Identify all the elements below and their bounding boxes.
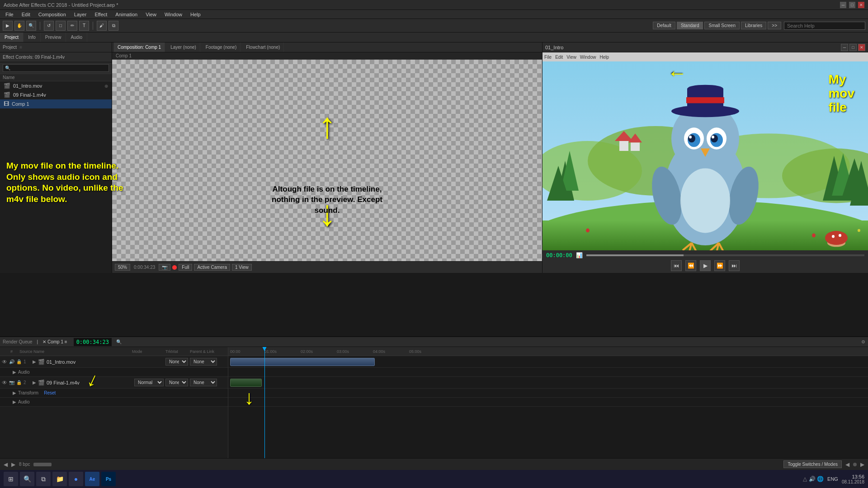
- search-timeline-icon[interactable]: 🔍: [116, 339, 122, 344]
- ae-taskbar-btn[interactable]: Ae: [85, 472, 99, 486]
- timeline-playhead[interactable]: [264, 347, 265, 458]
- preview-maximize[interactable]: □: [849, 44, 857, 51]
- skip-back-btn[interactable]: ⏮: [671, 260, 682, 271]
- layer-bar-2[interactable]: [230, 379, 262, 387]
- menu-composition[interactable]: Composition: [35, 11, 70, 18]
- timeline-status-icon1[interactable]: ◀: [4, 461, 8, 468]
- view-count-btn[interactable]: 1 View: [232, 264, 252, 271]
- close-button[interactable]: ✕: [858, 2, 864, 8]
- layer2-lock[interactable]: 🔒: [16, 380, 22, 385]
- layer1-eye[interactable]: 👁: [2, 359, 7, 365]
- project-item-01intro[interactable]: 🎬 01_Intro.mov ⊕: [0, 81, 112, 90]
- composition-view[interactable]: ↑ ↓ Altough file is on the timeline, not…: [112, 60, 542, 261]
- camera-btn[interactable]: Active Camera: [194, 264, 230, 271]
- toggle-switches-btn[interactable]: Toggle Switches / Modes: [783, 460, 842, 468]
- start-button[interactable]: ⊞: [4, 472, 18, 486]
- comp-zoom-btn[interactable]: 50%: [115, 264, 130, 271]
- menu-view[interactable]: View: [142, 11, 160, 18]
- preview-menu-window[interactable]: Window: [580, 55, 596, 60]
- preview-menu-help[interactable]: Help: [599, 55, 609, 60]
- volume-bar[interactable]: [586, 254, 864, 256]
- snapshot-btn[interactable]: 📷: [159, 264, 170, 271]
- tool-select[interactable]: ▶: [3, 21, 13, 31]
- workspace-more[interactable]: >>: [768, 22, 781, 29]
- timeline-status-icon3[interactable]: ◀: [845, 461, 849, 468]
- menu-window[interactable]: Window: [161, 11, 186, 18]
- workspace-standard[interactable]: Standard: [677, 22, 703, 29]
- preview-minimize[interactable]: ─: [841, 44, 848, 51]
- layer-row-1[interactable]: 👁 🔊 🔒 1 ▶ 🎬 01_Intro.mov None None: [0, 356, 228, 368]
- tab-project[interactable]: Project: [0, 33, 24, 42]
- tool-zoom[interactable]: 🔍: [26, 21, 36, 31]
- menu-help[interactable]: Help: [187, 11, 204, 18]
- tab-composition[interactable]: Composition: Comp 1: [114, 42, 165, 52]
- project-panel-expand[interactable]: ≡: [19, 45, 22, 50]
- ps-taskbar-btn[interactable]: Ps: [101, 472, 116, 486]
- transform-reset[interactable]: Reset: [44, 390, 56, 395]
- timeline-options[interactable]: ⚙: [861, 339, 865, 344]
- project-item-09final[interactable]: 🎬 09 Final-1.m4v: [0, 90, 112, 99]
- audio-expand[interactable]: ▶: [13, 370, 16, 375]
- tab-flowchart[interactable]: Flowchart (none): [242, 42, 284, 52]
- layer1-trkmat-select[interactable]: None: [165, 358, 188, 366]
- layer2-parent-select[interactable]: None: [190, 379, 217, 386]
- minimize-button[interactable]: ─: [840, 2, 846, 8]
- back-btn[interactable]: ⏪: [685, 260, 696, 271]
- layer2-video[interactable]: 📷: [9, 380, 14, 385]
- tab-footage[interactable]: Footage (none): [202, 42, 241, 52]
- tab-info[interactable]: Info: [24, 33, 41, 42]
- tool-brush[interactable]: 🖌: [97, 21, 107, 31]
- maximize-button[interactable]: □: [849, 2, 855, 8]
- preview-menu-edit[interactable]: Edit: [555, 55, 563, 60]
- layer2-expand[interactable]: ▶: [33, 380, 36, 385]
- tab-audio[interactable]: Audio: [66, 33, 87, 42]
- file-explorer-btn[interactable]: 📁: [52, 472, 67, 486]
- timeline-status-icon2[interactable]: ▶: [11, 461, 15, 468]
- tab-layer[interactable]: Layer (none): [167, 42, 200, 52]
- transform-expand[interactable]: ▶: [13, 390, 16, 395]
- render-queue-tab[interactable]: Render Queue: [3, 339, 33, 344]
- timeline-tracks[interactable]: 00:00 01:00s 02:00s 03:00s 04:00s 05:00s: [228, 347, 868, 458]
- tool-hand[interactable]: ✋: [14, 21, 24, 31]
- timeline-status-icon4[interactable]: ▶: [860, 461, 864, 468]
- forward-btn[interactable]: ⏩: [714, 260, 725, 271]
- menu-edit[interactable]: Edit: [18, 11, 34, 18]
- layer1-lock[interactable]: 🔒: [16, 359, 22, 364]
- skip-forward-btn[interactable]: ⏭: [729, 260, 740, 271]
- tab-preview-top[interactable]: Preview: [41, 33, 66, 42]
- tool-text[interactable]: T: [79, 21, 89, 31]
- workspace-small-screen[interactable]: Small Screen: [704, 22, 739, 29]
- layer2-trkmat-select[interactable]: None: [165, 379, 188, 386]
- layer-row-2[interactable]: 👁 📷 🔒 2 ▶ 🎬 09 Final-1.m4v Normal None N…: [0, 377, 228, 389]
- tool-rotate[interactable]: ↺: [44, 21, 54, 31]
- quality-btn[interactable]: Full: [179, 264, 192, 271]
- menu-animation[interactable]: Animation: [112, 11, 141, 18]
- workspace-default[interactable]: Default: [653, 22, 675, 29]
- layer1-expand[interactable]: ▶: [33, 359, 36, 364]
- menu-effect[interactable]: Effect: [91, 11, 111, 18]
- tool-clone[interactable]: ⧉: [108, 21, 118, 31]
- layer-bar-1[interactable]: [230, 358, 375, 366]
- preview-close[interactable]: ✕: [858, 44, 865, 51]
- task-view-button[interactable]: ⧉: [36, 472, 51, 486]
- preview-menu-view[interactable]: View: [566, 55, 576, 60]
- layer1-parent-select[interactable]: None: [190, 358, 217, 366]
- play-btn[interactable]: ▶: [700, 260, 711, 271]
- comp1-timeline-tab[interactable]: ✕ Comp 1 ≡: [42, 339, 67, 344]
- tool-pen[interactable]: ✏: [67, 21, 77, 31]
- effect-controls-tab[interactable]: Effect Controls: 09 Final-1.m4v: [0, 52, 112, 62]
- layer2-mode-select[interactable]: Normal: [134, 379, 164, 386]
- audio2-expand[interactable]: ▶: [13, 399, 16, 404]
- search-button[interactable]: 🔍: [20, 472, 34, 486]
- layer2-eye[interactable]: 👁: [2, 380, 7, 386]
- project-search-input[interactable]: [3, 64, 109, 72]
- workspace-libraries[interactable]: Libraries: [741, 22, 766, 29]
- search-help-input[interactable]: [784, 22, 865, 30]
- preview-menu-file[interactable]: File: [544, 55, 552, 60]
- project-item-comp1[interactable]: 🎞 Comp 1: [0, 99, 112, 108]
- layer1-audio[interactable]: 🔊: [9, 359, 14, 364]
- menu-file[interactable]: File: [2, 11, 17, 18]
- chrome-btn[interactable]: ●: [69, 472, 83, 486]
- menu-layer[interactable]: Layer: [71, 11, 90, 18]
- tool-shape[interactable]: □: [56, 21, 66, 31]
